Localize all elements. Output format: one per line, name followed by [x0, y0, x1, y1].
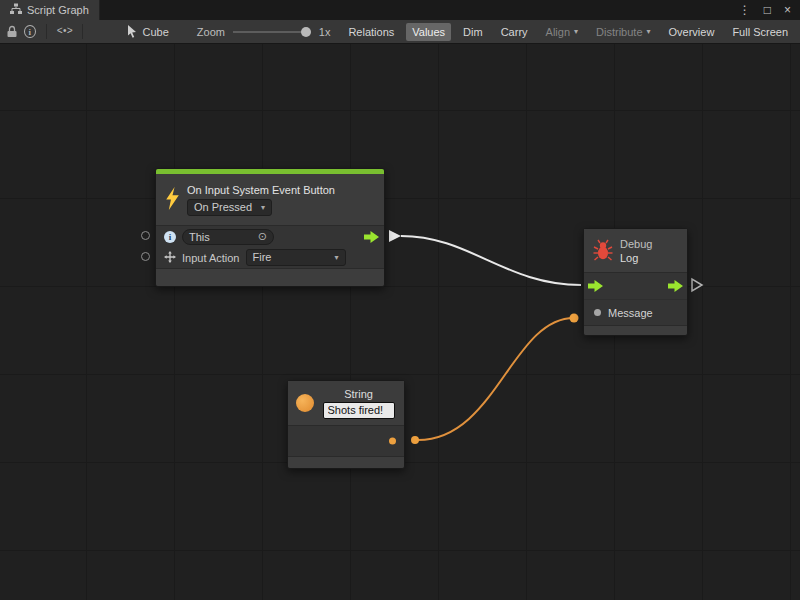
string-type-icon	[296, 394, 314, 412]
debug-flow-row	[584, 273, 687, 299]
debug-node-header: Debug Log	[584, 229, 687, 273]
tab-script-graph[interactable]: Script Graph	[0, 0, 100, 20]
chevron-down-icon: ▾	[334, 251, 338, 264]
string-value-input[interactable]	[323, 402, 395, 419]
node-string-literal[interactable]: String	[287, 380, 405, 469]
graph-icon	[10, 3, 22, 17]
input-action-label: Input Action	[182, 252, 240, 264]
inspect-info-icon[interactable]: i	[24, 25, 36, 38]
bug-icon	[593, 239, 613, 263]
this-value: This	[189, 231, 210, 243]
message-input-row: Message	[584, 299, 687, 325]
node-on-input-system-event-button[interactable]: On Input System Event Button On Pressed …	[155, 168, 385, 287]
string-node-footer	[288, 456, 404, 468]
message-input-wire-dot[interactable]	[570, 314, 579, 323]
event-input-port-circle[interactable]	[141, 231, 150, 240]
info-icon: i	[164, 231, 176, 243]
event-flow-out-port[interactable]	[364, 231, 379, 243]
graph-owner-label[interactable]: Cube	[143, 26, 169, 38]
close-icon[interactable]: ×	[784, 4, 791, 16]
api-code-icon[interactable]: <•>	[57, 26, 72, 37]
lock-icon[interactable]	[6, 25, 18, 38]
value-connection-wire[interactable]	[418, 318, 574, 440]
zoom-slider-knob[interactable]	[301, 27, 311, 37]
graph-canvas[interactable]: On Input System Event Button On Pressed …	[0, 44, 800, 600]
relations-button[interactable]: Relations	[342, 23, 400, 41]
string-node-header: String	[288, 381, 404, 426]
event-state-value: On Pressed	[194, 201, 252, 214]
maximize-icon[interactable]: □	[764, 4, 771, 16]
debug-flow-out-hollow-triangle[interactable]	[692, 279, 702, 291]
event-node-header: On Input System Event Button On Pressed …	[156, 174, 384, 226]
string-node-title: String	[344, 388, 373, 400]
node-title: On Input System Event Button	[187, 184, 335, 196]
lightning-bolt-icon	[164, 187, 181, 212]
message-label: Message	[608, 307, 653, 319]
node-debug-log[interactable]: Debug Log Message	[583, 228, 688, 336]
input-action-dropdown[interactable]: Fire ▾	[246, 249, 346, 266]
align-label: Align	[546, 26, 570, 38]
this-object-field[interactable]: This ⊙	[182, 229, 274, 245]
chevron-down-icon: ▾	[574, 27, 578, 36]
input-action-value: Fire	[253, 251, 272, 264]
input-action-row: Input Action Fire ▾	[156, 247, 384, 268]
chevron-down-icon: ▾	[647, 27, 651, 36]
kebab-menu-icon[interactable]: ⋮	[739, 4, 751, 16]
event-state-dropdown[interactable]: On Pressed ▾	[187, 199, 272, 216]
zoom-label: Zoom	[197, 26, 225, 38]
tab-title: Script Graph	[27, 4, 89, 16]
debug-flow-in-port[interactable]	[588, 280, 603, 292]
distribute-dropdown[interactable]: Distribute ▾	[590, 23, 656, 41]
target-picker-icon[interactable]: ⊙	[258, 231, 267, 242]
string-output-port[interactable]	[389, 438, 396, 445]
script-graph-window: Script Graph ⋮ □ × i <•> Cube Zoom	[0, 0, 800, 600]
flow-connection-wire[interactable]	[401, 236, 581, 285]
flow-wire-start-triangle[interactable]	[389, 230, 401, 242]
distribute-label: Distribute	[596, 26, 642, 38]
carry-button[interactable]: Carry	[495, 23, 534, 41]
overview-button[interactable]: Overview	[663, 23, 721, 41]
string-output-row	[288, 426, 404, 456]
event-node-footer	[156, 268, 384, 286]
event-target-row: i This ⊙	[156, 226, 384, 247]
zoom-value: 1x	[319, 26, 331, 38]
zoom-slider[interactable]	[233, 26, 311, 38]
values-button[interactable]: Values	[406, 23, 451, 41]
debug-node-footer	[584, 325, 687, 335]
zoom-slider-track[interactable]	[233, 31, 311, 33]
debug-flow-out-port[interactable]	[668, 280, 683, 292]
align-dropdown[interactable]: Align ▾	[540, 23, 584, 41]
string-output-wire-dot[interactable]	[411, 436, 419, 444]
graph-toolbar: i <•> Cube Zoom 1x Relations Values Dim …	[0, 20, 800, 44]
toolbar-divider	[82, 24, 83, 39]
crosshair-icon	[164, 251, 176, 265]
dim-button[interactable]: Dim	[457, 23, 489, 41]
window-controls: ⋮ □ ×	[730, 0, 800, 20]
debug-namespace: Debug	[620, 237, 652, 251]
cursor-icon	[127, 25, 137, 38]
event-input-port-circle[interactable]	[141, 252, 150, 261]
tab-bar: Script Graph ⋮ □ ×	[0, 0, 800, 20]
message-input-port[interactable]	[594, 309, 601, 316]
fullscreen-button[interactable]: Full Screen	[726, 23, 794, 41]
toolbar-divider	[46, 24, 47, 39]
debug-node-title: Log	[620, 251, 652, 265]
chevron-down-icon: ▾	[261, 201, 265, 214]
